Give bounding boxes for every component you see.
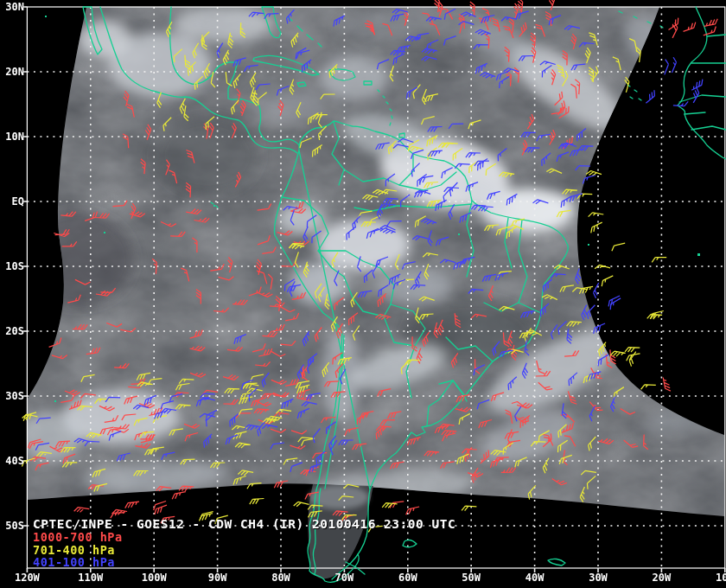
legend-item-mid: 701-400 hPa xyxy=(33,544,455,557)
lon-label: 20W xyxy=(642,572,680,583)
lon-label: 90W xyxy=(199,572,237,583)
lat-label: 30S xyxy=(1,391,24,401)
lon-label: 50W xyxy=(452,572,490,583)
lon-label: 40W xyxy=(516,572,554,583)
map-footer: CPTEC/INPE - GOES12 - CDW CH4 (IR) 20100… xyxy=(33,517,455,569)
lat-label: EQ xyxy=(1,196,24,207)
lon-label: 100W xyxy=(135,572,173,583)
lat-label: 30N xyxy=(1,2,24,12)
lat-label: 40S xyxy=(1,456,24,466)
pressure-level-legend: 1000-700 hPa701-400 hPa401-100 hPa xyxy=(33,531,455,569)
lat-label: 10N xyxy=(1,131,24,142)
lat-label: 20N xyxy=(1,67,24,77)
lat-label: 20S xyxy=(1,326,24,336)
legend-item-low: 1000-700 hPa xyxy=(33,531,455,544)
satellite-wind-map: 30N20N10NEQ10S20S30S40S50S 120W110W100W9… xyxy=(0,0,726,588)
lon-label: 10W xyxy=(706,572,726,583)
lon-label: 120W xyxy=(8,572,46,583)
lat-label: 10S xyxy=(1,261,24,272)
lon-label: 70W xyxy=(325,572,363,583)
lon-label: 30W xyxy=(579,572,617,583)
legend-item-high: 401-100 hPa xyxy=(33,556,455,569)
lon-label: 80W xyxy=(262,572,300,583)
lon-label: 60W xyxy=(389,572,427,583)
lon-label: 110W xyxy=(72,572,110,583)
map-title: CPTEC/INPE - GOES12 - CDW CH4 (IR) 20100… xyxy=(33,517,455,531)
map-canvas xyxy=(0,0,726,588)
lat-label: 50S xyxy=(1,521,24,531)
